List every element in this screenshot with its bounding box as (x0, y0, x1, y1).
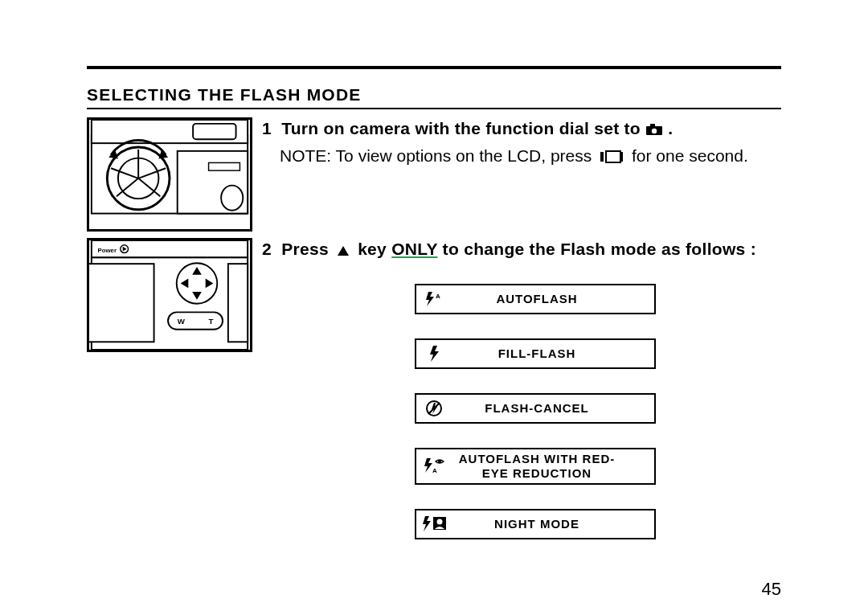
camera-icon (645, 119, 663, 141)
svg-rect-27 (89, 264, 154, 342)
flash-redeye-icon: A (416, 457, 452, 476)
step-1-number: 1 (262, 117, 276, 139)
step-1-text-b: . (668, 119, 673, 137)
step-2-text-a: Press (281, 240, 329, 258)
illustration-dial (87, 117, 252, 232)
illustration-controls: Power W T (87, 238, 252, 352)
svg-text:A: A (432, 467, 437, 474)
svg-marker-44 (424, 458, 432, 473)
step-1-text: 1 Turn on camera with the function dial … (262, 117, 781, 141)
svg-rect-36 (228, 264, 248, 342)
svg-text:T: T (209, 317, 214, 326)
up-triangle-icon (337, 240, 350, 261)
svg-text:A: A (436, 293, 440, 300)
section-title: SELECTING THE FLASH MODE (87, 85, 781, 109)
mode-label: NIGHT MODE (452, 517, 654, 532)
flash-fill-icon (416, 345, 452, 363)
mode-label: AUTOFLASH WITH RED-EYE REDUCTION (452, 452, 654, 482)
mode-label: FILL-FLASH (452, 346, 654, 362)
svg-marker-47 (423, 516, 431, 531)
svg-rect-18 (600, 152, 604, 162)
svg-point-14 (221, 186, 243, 211)
svg-text:W: W (178, 317, 186, 326)
svg-marker-37 (338, 246, 349, 256)
step-1-note: NOTE: To view options on the LCD, press … (280, 144, 781, 169)
flash-auto-icon: A (416, 291, 452, 307)
svg-rect-13 (209, 162, 240, 170)
note-text-a: NOTE: To view options on the LCD, press (280, 146, 592, 165)
flash-night-icon (416, 515, 452, 533)
top-rule (87, 66, 781, 69)
mode-label: AUTOFLASH (452, 292, 654, 307)
step-2-only: ONLY (391, 240, 437, 258)
svg-rect-20 (620, 152, 623, 162)
mode-fillflash: FILL-FLASH (415, 338, 656, 369)
mode-label: FLASH-CANCEL (452, 401, 654, 416)
note-text-b: for one second. (632, 146, 748, 165)
svg-point-49 (437, 519, 443, 525)
step-2-number: 2 (262, 238, 276, 260)
svg-marker-40 (430, 346, 439, 362)
step-1-text-a: Turn on camera with the function dial se… (281, 119, 641, 137)
step-2-text-b: key (358, 240, 387, 258)
step-1-row: 1 Turn on camera with the function dial … (87, 117, 781, 232)
svg-rect-19 (606, 151, 620, 162)
mode-autoflash: A AUTOFLASH (415, 284, 656, 314)
flash-cancel-icon (416, 400, 452, 417)
mode-flashcancel: FLASH-CANCEL (415, 393, 656, 424)
flash-mode-list: A AUTOFLASH FILL-FLASH (415, 284, 781, 539)
mode-redeye: A AUTOFLASH WITH RED-EYE REDUCTION (415, 448, 656, 485)
lcd-button-icon (600, 146, 624, 169)
page-number: 45 (762, 579, 781, 600)
svg-rect-33 (168, 312, 223, 329)
svg-rect-16 (650, 124, 655, 127)
svg-point-46 (438, 460, 441, 463)
mode-night: NIGHT MODE (415, 509, 656, 539)
step-2-row: Power W T 2 Press (87, 238, 781, 539)
svg-point-17 (652, 129, 657, 133)
step-2-text: 2 Press key ONLY to change the Flash mod… (262, 238, 781, 261)
svg-text:Power: Power (98, 247, 117, 254)
step-2-text-c: to change the Flash mode as follows : (443, 240, 756, 258)
svg-marker-38 (426, 292, 434, 306)
svg-rect-2 (193, 124, 235, 139)
